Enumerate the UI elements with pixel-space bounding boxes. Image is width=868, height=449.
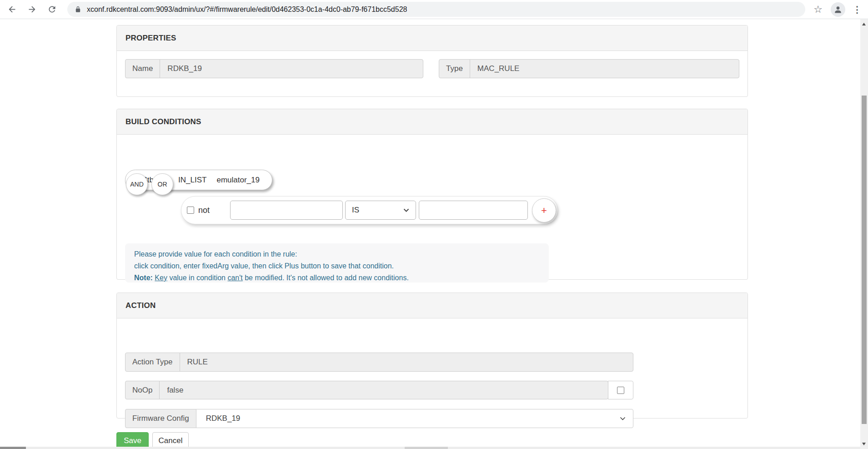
name-label: Name (125, 59, 160, 78)
firmware-config-select[interactable]: RDKB_19 (196, 409, 633, 428)
forward-icon[interactable] (26, 4, 37, 15)
horizontal-scrollbar-thumb[interactable] (0, 447, 26, 449)
scroll-down-arrow-icon[interactable] (862, 443, 866, 445)
action-panel: ACTION Action Type RULE NoOp false Firmw… (116, 293, 748, 419)
fixed-arg-input[interactable] (419, 201, 528, 220)
page: xconf.rdkcentral.com:9093/admin/ux/?#/fi… (0, 0, 868, 449)
noop-checkbox[interactable] (617, 387, 624, 394)
operation-selected-value: IS (352, 206, 359, 215)
add-condition-button[interactable]: + (532, 198, 556, 222)
reload-icon[interactable] (46, 4, 57, 15)
firmware-config-group: Firmware Config RDKB_19 (125, 409, 633, 428)
horizontal-scrollbar-segment (405, 447, 448, 449)
name-input[interactable]: RDKB_19 (160, 59, 423, 78)
info-note-key: Key (155, 274, 167, 282)
build-conditions-header: BUILD CONDITIONS (117, 109, 748, 135)
back-icon[interactable] (6, 4, 17, 15)
action-header: ACTION (117, 293, 748, 318)
vertical-scrollbar[interactable] (860, 19, 868, 449)
browser-menu-icon[interactable]: ⋮ (853, 4, 862, 15)
chevron-down-icon (620, 417, 626, 420)
firmware-config-label: Firmware Config (125, 409, 196, 428)
or-button[interactable]: OR (151, 173, 173, 195)
conditions-info-box: Please provide value for each condition … (125, 243, 549, 283)
type-label: Type (439, 59, 470, 78)
action-type-group: Action Type RULE (125, 353, 633, 372)
properties-body: Name RDKB_19 Type MAC_RULE (117, 51, 748, 97)
action-body: Action Type RULE NoOp false Firmware Con… (117, 318, 748, 419)
name-field-group: Name RDKB_19 (125, 59, 423, 78)
type-input: MAC_RULE (470, 59, 739, 78)
info-note-cant: can't (227, 274, 242, 282)
noop-checkbox-addon (608, 381, 633, 399)
vertical-scrollbar-thumb[interactable] (862, 96, 867, 424)
lock-icon (75, 5, 81, 13)
noop-group: NoOp false (125, 381, 633, 399)
horizontal-scrollbar[interactable] (0, 447, 860, 449)
condition-fixed-arg: emulator_19 (216, 176, 260, 185)
type-field-group: Type MAC_RULE (439, 59, 739, 78)
url-text[interactable]: xconf.rdkcentral.com:9093/admin/ux/?#/fi… (87, 5, 407, 14)
info-line-2: click condition, enter fixedArg value, t… (134, 260, 540, 272)
operation-select[interactable]: IS (345, 201, 416, 220)
not-label: not (198, 206, 210, 215)
free-arg-input[interactable] (230, 201, 343, 220)
profile-avatar[interactable] (831, 2, 845, 17)
address-bar[interactable]: xconf.rdkcentral.com:9093/admin/ux/?#/fi… (67, 2, 805, 17)
scroll-up-arrow-icon[interactable] (862, 23, 866, 25)
not-checkbox[interactable] (187, 207, 194, 214)
properties-panel: PROPERTIES Name RDKB_19 Type MAC_RULE (116, 25, 748, 97)
info-note-mid: value in condition (169, 274, 226, 282)
noop-input: false (159, 381, 608, 399)
chevron-down-icon (403, 208, 409, 212)
firmware-config-selected-value: RDKB_19 (204, 414, 241, 423)
person-icon (833, 5, 843, 14)
bookmark-star-icon[interactable]: ☆ (813, 5, 823, 15)
build-conditions-panel: BUILD CONDITIONS eStbMac IN_LIST emulato… (116, 109, 748, 280)
info-line-3: Note: Key value in condition can't be mo… (134, 272, 540, 284)
and-button[interactable]: AND (126, 173, 148, 195)
condition-operation: IN_LIST (178, 176, 206, 185)
action-type-input: RULE (180, 353, 633, 372)
properties-header: PROPERTIES (117, 25, 748, 51)
action-type-label: Action Type (125, 353, 180, 372)
info-note-label: Note: (134, 274, 153, 282)
browser-toolbar: xconf.rdkcentral.com:9093/admin/ux/?#/fi… (0, 0, 868, 19)
noop-label: NoOp (125, 381, 160, 399)
info-line-1: Please provide value for each condition … (134, 248, 540, 260)
build-conditions-body: eStbMac IN_LIST emulator_19 AND OR not I… (117, 135, 748, 280)
info-note-tail: be modified. It's not allowed to add new… (245, 274, 409, 282)
condition-editor-row: not IS + (181, 196, 558, 224)
